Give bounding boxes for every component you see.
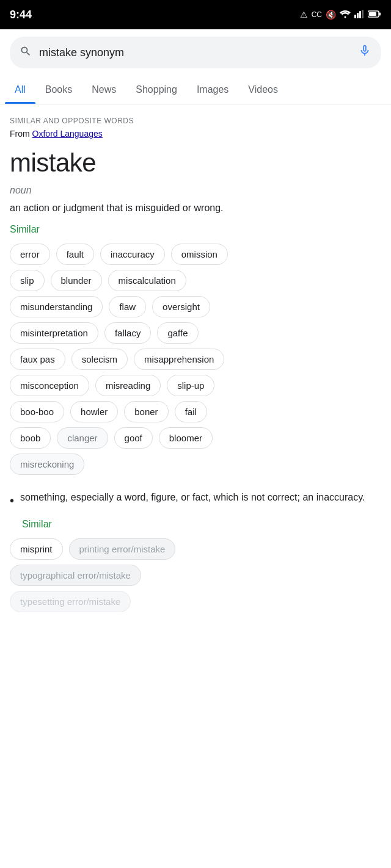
svg-rect-6 [379, 13, 381, 16]
bullet-chips-row-2: typographical error/mistake [10, 565, 381, 586]
chip-typographical-error[interactable]: typographical error/mistake [10, 565, 141, 586]
tab-shopping[interactable]: Shopping [126, 76, 187, 104]
bullet-similar-label: Similar [10, 519, 381, 530]
main-content: SIMILAR AND OPPOSITE WORDS From Oxford L… [0, 104, 391, 629]
chip-howler[interactable]: howler [70, 401, 118, 422]
search-query[interactable]: mistake synonym [39, 46, 351, 59]
chips-row-8: boob clanger goof bloomer [10, 427, 381, 449]
mute-icon: 🔇 [326, 10, 336, 20]
chip-flaw[interactable]: flaw [109, 296, 146, 317]
chip-misinterpretation[interactable]: misinterpretation [10, 322, 98, 344]
similar-label: Similar [10, 224, 381, 235]
bullet-dot: • [10, 491, 14, 510]
chip-miscalculation[interactable]: miscalculation [108, 270, 186, 291]
source-link[interactable]: Oxford Languages [32, 129, 103, 139]
mic-icon[interactable] [358, 44, 371, 61]
svg-rect-5 [369, 12, 376, 16]
tab-videos[interactable]: Videos [238, 76, 288, 104]
chip-misreckoning[interactable]: misreckoning [10, 454, 84, 475]
chip-error[interactable]: error [10, 244, 50, 265]
search-bar-container: mistake synonym [0, 29, 391, 76]
chip-boner[interactable]: boner [124, 401, 168, 422]
svg-rect-0 [354, 15, 356, 18]
chips-row-7: boo-boo howler boner fail [10, 401, 381, 422]
chip-printing-error[interactable]: printing error/mistake [69, 538, 176, 560]
bullet-chips-row-1: misprint printing error/mistake [10, 538, 381, 560]
svg-rect-1 [357, 13, 359, 18]
chip-gaffe[interactable]: gaffe [157, 322, 198, 344]
section-label: SIMILAR AND OPPOSITE WORDS [10, 117, 381, 125]
chips-row-5: faux pas solecism misapprehension [10, 349, 381, 370]
battery-icon [368, 10, 381, 20]
word-heading: mistake [10, 148, 381, 178]
source-line: From Oxford Languages [10, 129, 381, 139]
chip-solecism[interactable]: solecism [71, 349, 128, 370]
chip-misapprehension[interactable]: misapprehension [134, 349, 224, 370]
chip-slip[interactable]: slip [10, 270, 45, 291]
chip-boob[interactable]: boob [10, 427, 51, 449]
wifi-icon [340, 10, 351, 20]
tab-images[interactable]: Images [187, 76, 238, 104]
chip-inaccuracy[interactable]: inaccuracy [100, 244, 165, 265]
bullet-section: • something, especially a word, figure, … [10, 487, 381, 612]
svg-rect-2 [359, 11, 361, 18]
chip-bloomer[interactable]: bloomer [159, 427, 213, 449]
chips-row-2: slip blunder miscalculation [10, 270, 381, 291]
chips-row-6: misconception misreading slip-up [10, 375, 381, 396]
chips-row-9: misreckoning [10, 454, 381, 475]
signal-icon [354, 10, 364, 20]
source-prefix: From [10, 129, 32, 139]
chip-clanger[interactable]: clanger [57, 427, 108, 449]
chip-omission[interactable]: omission [171, 244, 228, 265]
bullet-chips-row-3: typesetting error/mistake [10, 591, 381, 612]
chip-boo-boo[interactable]: boo-boo [10, 401, 64, 422]
chips-row-1: error fault inaccuracy omission [10, 244, 381, 265]
svg-rect-3 [362, 10, 364, 18]
chip-misprint[interactable]: misprint [10, 538, 63, 560]
tab-books[interactable]: Books [35, 76, 82, 104]
chip-blunder[interactable]: blunder [51, 270, 102, 291]
chip-slip-up[interactable]: slip-up [167, 375, 214, 396]
chip-typesetting-error[interactable]: typesetting error/mistake [10, 591, 131, 612]
tabs-container: All Books News Shopping Images Videos [0, 76, 391, 104]
chip-oversight[interactable]: oversight [152, 296, 210, 317]
chip-faux-pas[interactable]: faux pas [10, 349, 65, 370]
tab-news[interactable]: News [82, 76, 126, 104]
chip-misunderstanding[interactable]: misunderstanding [10, 296, 103, 317]
cc-icon: CC [312, 10, 322, 19]
chip-fault[interactable]: fault [56, 244, 94, 265]
chips-row-4: misinterpretation fallacy gaffe [10, 322, 381, 344]
status-icons: ⚠ CC 🔇 [300, 10, 381, 20]
status-bar: 9:44 ⚠ CC 🔇 [0, 0, 391, 29]
chip-fallacy[interactable]: fallacy [104, 322, 152, 344]
bullet-item-1: • something, especially a word, figure, … [10, 490, 381, 510]
chips-row-3: misunderstanding flaw oversight [10, 296, 381, 317]
tab-all[interactable]: All [5, 76, 35, 104]
alert-icon: ⚠ [300, 10, 308, 20]
search-icon [20, 45, 32, 60]
chip-misconception[interactable]: misconception [10, 375, 89, 396]
chip-goof[interactable]: goof [114, 427, 153, 449]
word-pos: noun [10, 185, 381, 196]
search-bar[interactable]: mistake synonym [10, 37, 381, 68]
word-definition: an action or judgment that is misguided … [10, 201, 381, 215]
chip-misreading[interactable]: misreading [95, 375, 161, 396]
status-time: 9:44 [10, 9, 32, 21]
bullet-definition: something, especially a word, figure, or… [20, 490, 365, 510]
chip-fail[interactable]: fail [175, 401, 207, 422]
